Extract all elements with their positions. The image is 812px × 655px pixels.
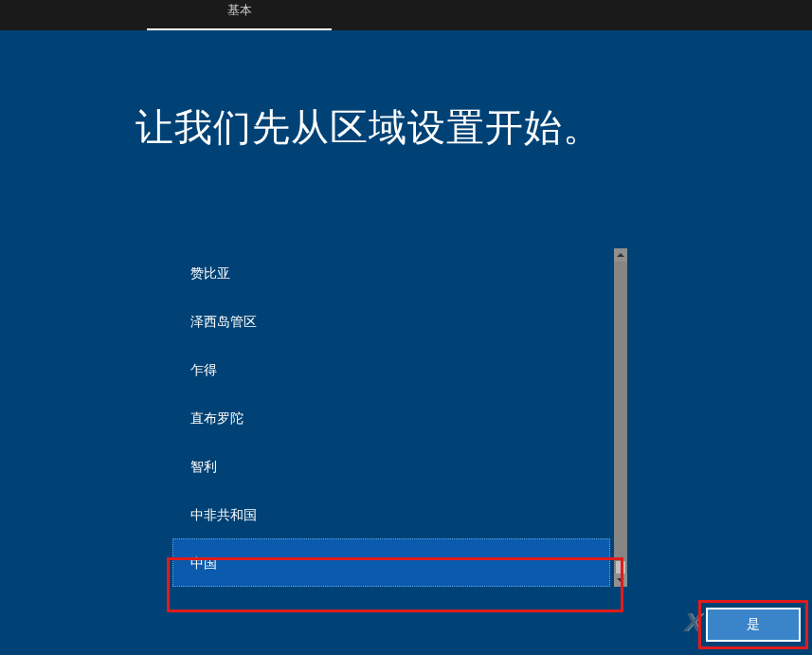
list-item-label: 直布罗陀 <box>190 410 244 426</box>
list-item-label: 赞比亚 <box>190 265 230 281</box>
list-item[interactable]: 智利 <box>172 442 625 490</box>
list-item-selected[interactable]: 中国 <box>172 538 610 587</box>
list-item[interactable]: 中非共和国 <box>172 490 625 538</box>
list-item[interactable]: 乍得 <box>172 345 625 393</box>
scroll-down-button[interactable] <box>614 573 627 587</box>
titlebar: 基本 <box>0 0 812 30</box>
list-item[interactable]: 泽西岛管区 <box>172 297 625 345</box>
scroll-up-button[interactable] <box>614 248 627 262</box>
chevron-up-icon <box>617 253 624 257</box>
list-item-label: 乍得 <box>190 362 217 377</box>
page-title: 让我们先从区域设置开始。 <box>135 101 812 154</box>
list-item[interactable]: 直布罗陀 <box>172 393 625 442</box>
list-item-label: 泽西岛管区 <box>190 314 257 329</box>
tab-basic[interactable]: 基本 <box>147 0 332 30</box>
watermark-logo: X <box>684 608 702 638</box>
confirm-button-label: 是 <box>747 616 760 633</box>
tab-label: 基本 <box>227 2 252 19</box>
confirm-button[interactable]: 是 <box>706 608 801 642</box>
list-item-label: 智利 <box>190 459 217 474</box>
scrollbar[interactable] <box>614 248 627 587</box>
main-content: 让我们先从区域设置开始。 赞比亚 泽西岛管区 乍得 直布罗陀 智利 中非共和国 … <box>0 30 812 655</box>
list-item-label: 中非共和国 <box>190 507 257 522</box>
list-item-label: 中国 <box>190 555 217 571</box>
list-item[interactable]: 赞比亚 <box>172 248 625 297</box>
region-list: 赞比亚 泽西岛管区 乍得 直布罗陀 智利 中非共和国 中国 <box>172 248 625 587</box>
chevron-down-icon <box>617 578 624 582</box>
